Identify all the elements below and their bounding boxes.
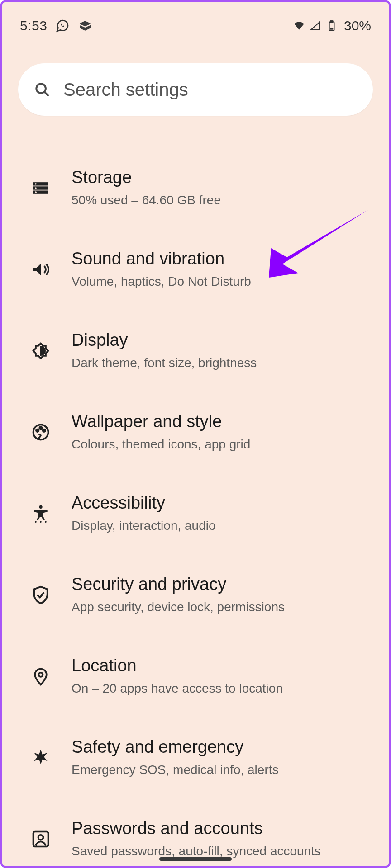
setting-title: Safety and emergency: [72, 737, 371, 757]
wifi-icon: [293, 20, 305, 32]
status-right: 30%: [293, 18, 371, 33]
svg-point-8: [35, 183, 37, 185]
setting-subtitle: Display, interaction, audio: [72, 518, 371, 534]
wallpaper-icon: [31, 422, 51, 442]
setting-display[interactable]: Display Dark theme, font size, brightnes…: [2, 310, 389, 392]
whatsapp-icon: [55, 19, 70, 33]
setting-location[interactable]: Location On – 20 apps have access to loc…: [2, 636, 389, 717]
svg-point-13: [36, 429, 39, 432]
setting-title: Display: [72, 330, 371, 350]
search-icon: [33, 81, 51, 98]
setting-title: Security and privacy: [72, 575, 371, 594]
setting-safety-emergency[interactable]: Safety and emergency Emergency SOS, medi…: [2, 717, 389, 798]
settings-list: Storage 50% used – 64.60 GB free Sound a…: [2, 128, 389, 868]
svg-rect-2: [330, 28, 334, 29]
status-bar: 5:53 30%: [2, 2, 389, 42]
setting-title: Location: [72, 656, 371, 676]
setting-subtitle: 50% used – 64.60 GB free: [72, 192, 371, 208]
setting-title: Accessibility: [72, 493, 371, 513]
battery-percent: 30%: [344, 18, 371, 33]
delivery-icon: [78, 19, 92, 33]
svg-point-10: [35, 191, 37, 193]
battery-icon: [326, 20, 338, 32]
setting-title: Passwords and accounts: [72, 819, 371, 839]
setting-security-privacy[interactable]: Security and privacy App security, devic…: [2, 554, 389, 636]
setting-subtitle: Volume, haptics, Do Not Disturb: [72, 274, 371, 290]
svg-line-4: [45, 92, 49, 96]
storage-icon: [31, 178, 51, 198]
setting-sound-vibration[interactable]: Sound and vibration Volume, haptics, Do …: [2, 229, 389, 310]
safety-icon: [31, 748, 51, 768]
search-settings-input[interactable]: Search settings: [18, 63, 373, 116]
svg-point-20: [38, 673, 43, 677]
location-icon: [31, 666, 51, 686]
svg-point-18: [40, 521, 42, 523]
status-time: 5:53: [20, 18, 47, 33]
display-icon: [31, 341, 51, 361]
setting-subtitle: On – 20 apps have access to location: [72, 680, 371, 697]
setting-storage[interactable]: Storage 50% used – 64.60 GB free: [2, 147, 389, 229]
svg-rect-1: [331, 21, 333, 22]
setting-title: Storage: [72, 168, 371, 188]
setting-subtitle: Emergency SOS, medical info, alerts: [72, 762, 371, 778]
svg-point-14: [39, 427, 42, 429]
nav-indicator: [159, 857, 232, 861]
signal-icon: [310, 20, 321, 32]
svg-point-3: [36, 84, 46, 93]
svg-point-19: [45, 521, 47, 523]
svg-point-16: [39, 505, 42, 509]
security-icon: [31, 585, 51, 605]
svg-point-9: [35, 187, 37, 189]
setting-subtitle: Colours, themed icons, app grid: [72, 436, 371, 453]
accessibility-icon: [31, 504, 51, 524]
settings-screen: 5:53 30% Search sett: [0, 0, 391, 868]
status-left: 5:53: [20, 18, 92, 33]
svg-point-15: [43, 429, 45, 432]
svg-point-17: [35, 521, 37, 523]
setting-title: Wallpaper and style: [72, 412, 371, 432]
setting-title: Sound and vibration: [72, 249, 371, 269]
setting-subtitle: App security, device lock, permissions: [72, 599, 371, 615]
passwords-icon: [31, 829, 51, 849]
search-placeholder: Search settings: [63, 80, 188, 100]
sound-icon: [31, 259, 51, 279]
setting-accessibility[interactable]: Accessibility Display, interaction, audi…: [2, 473, 389, 554]
setting-subtitle: Dark theme, font size, brightness: [72, 355, 371, 371]
setting-wallpaper-style[interactable]: Wallpaper and style Colours, themed icon…: [2, 392, 389, 473]
search-container: Search settings: [2, 42, 389, 128]
svg-point-22: [38, 835, 43, 840]
